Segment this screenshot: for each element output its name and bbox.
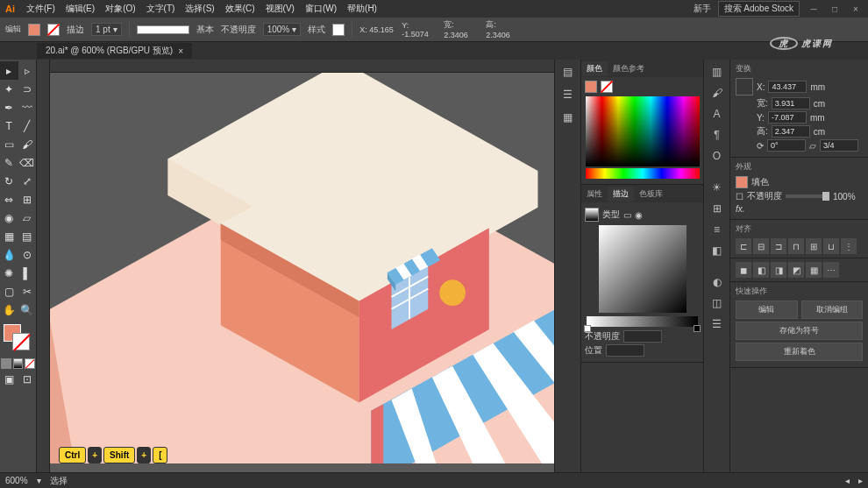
pf-unite[interactable]: ◼ — [736, 262, 751, 278]
grad-linear-icon[interactable]: ▭ — [623, 210, 631, 220]
grad-radial-icon[interactable]: ◉ — [635, 210, 643, 220]
menu-help[interactable]: 帮助(H) — [343, 1, 381, 17]
shaper-tool[interactable]: ✎ — [0, 153, 18, 172]
close-icon[interactable]: × — [849, 2, 863, 16]
fill-mode-color[interactable] — [1, 358, 11, 369]
stroke-weight[interactable]: 1 pt▾ — [91, 23, 122, 36]
appear-fill[interactable] — [736, 176, 748, 188]
stroke-swatch[interactable] — [47, 24, 60, 36]
screen-mode[interactable]: ▣ — [0, 370, 18, 388]
coord-w[interactable]: 宽: 2.3406 — [444, 19, 479, 39]
maximize-icon[interactable]: □ — [828, 2, 842, 16]
tab-swatches[interactable]: 色板库 — [634, 187, 668, 202]
tab-stroke[interactable]: 描边 — [608, 187, 634, 202]
document-tab[interactable]: 20.ai* @ 600% (RGB/GPU 预览) × — [37, 43, 192, 59]
zoom-level[interactable]: 600% — [5, 476, 28, 485]
rotate-input[interactable] — [767, 139, 806, 152]
x-input[interactable] — [768, 81, 807, 93]
reference-point[interactable] — [736, 78, 753, 95]
lasso-tool[interactable]: ⊃ — [18, 80, 37, 98]
ruler-vertical[interactable] — [37, 60, 50, 472]
dock-paragraph-icon[interactable]: ¶ — [708, 126, 726, 144]
dock-libraries-icon[interactable]: ▥ — [708, 63, 726, 81]
paintbrush-tool[interactable]: 🖌 — [18, 135, 37, 153]
perspective-tool[interactable]: ▱ — [18, 209, 37, 227]
gradient-tool[interactable]: ▤ — [18, 227, 37, 245]
dock-properties-icon[interactable]: ▤ — [559, 63, 577, 81]
dock-align-icon[interactable]: ≡ — [708, 221, 726, 238]
dock-brushes-icon[interactable]: 🖌 — [708, 84, 726, 102]
grad-opacity-input[interactable] — [623, 330, 662, 343]
dock-character-icon[interactable]: A — [708, 105, 726, 123]
menu-select[interactable]: 选择(S) — [181, 1, 218, 17]
coord-y[interactable]: Y: -1.5074 — [402, 21, 437, 39]
slice-tool[interactable]: ✂ — [18, 282, 37, 301]
graph-tool[interactable]: ▌ — [18, 264, 37, 282]
dock-layers-icon2[interactable]: ☰ — [708, 315, 726, 333]
artboard-tool[interactable]: ▢ — [0, 282, 18, 301]
menu-window[interactable]: 窗口(W) — [301, 1, 341, 17]
align-left[interactable]: ⊏ — [736, 238, 751, 254]
align-vcenter[interactable]: ⊞ — [806, 238, 822, 254]
free-transform-tool[interactable]: ⊞ — [18, 190, 37, 209]
dock-pathfinder-icon[interactable]: ◧ — [708, 242, 726, 259]
coord-x[interactable]: X: 45.165 — [359, 25, 395, 34]
ruler-horizontal[interactable] — [50, 60, 554, 73]
pf-minus[interactable]: ◧ — [753, 262, 769, 278]
gradient-ramp[interactable] — [587, 316, 698, 327]
tab-color-guide[interactable]: 颜色参考 — [608, 61, 650, 76]
btn-edit[interactable]: 编辑 — [736, 301, 798, 319]
gradient-stop-end[interactable] — [694, 325, 701, 332]
line-tool[interactable]: ╱ — [18, 117, 37, 135]
hand-tool[interactable]: ✋ — [0, 301, 18, 319]
dock-opentype-icon[interactable]: O — [708, 147, 726, 165]
opacity-input[interactable]: 100%▾ — [263, 23, 302, 36]
symbol-sprayer-tool[interactable]: ✺ — [0, 264, 18, 282]
gradient-preview[interactable] — [599, 225, 687, 313]
y-input[interactable] — [768, 111, 807, 124]
minimize-icon[interactable]: ─ — [807, 2, 821, 16]
pf-more[interactable]: ⋯ — [823, 262, 839, 278]
dock-layers-icon[interactable]: ☰ — [559, 86, 577, 103]
eyedropper-tool[interactable]: 💧 — [0, 245, 18, 264]
scale-tool[interactable]: ⤢ — [18, 172, 37, 190]
color-spectrum[interactable] — [586, 96, 700, 166]
pf-exclude[interactable]: ◩ — [788, 262, 804, 278]
distribute-h[interactable]: ⋮ — [841, 238, 857, 254]
grad-position-input[interactable] — [606, 344, 644, 357]
pen-tool[interactable]: ✒ — [0, 98, 18, 117]
fill-mode-none[interactable] — [25, 358, 35, 369]
tab-color[interactable]: 颜色 — [581, 61, 608, 76]
eraser-tool[interactable]: ⌫ — [18, 153, 37, 172]
dock-swatch-icon[interactable]: ▦ — [559, 109, 577, 126]
style-swatch[interactable] — [332, 24, 345, 36]
menu-file[interactable]: 文件(F) — [22, 1, 60, 17]
dock-appearance-icon[interactable]: ◐ — [708, 273, 726, 291]
type-tool[interactable]: T — [0, 117, 18, 135]
tab-properties[interactable]: 属性 — [581, 187, 608, 202]
panel-stroke-swatch[interactable] — [601, 81, 613, 93]
magic-wand-tool[interactable]: ✦ — [0, 80, 18, 98]
edit-mode[interactable]: ⊡ — [18, 370, 37, 388]
btn-ungroup[interactable]: 取消编组 — [801, 301, 864, 319]
tab-close-icon[interactable]: × — [178, 46, 183, 56]
shape-builder-tool[interactable]: ◉ — [0, 209, 18, 227]
width-tool[interactable]: ⇔ — [0, 190, 18, 209]
menu-object[interactable]: 对象(O) — [101, 1, 139, 17]
align-right[interactable]: ⊐ — [771, 238, 786, 254]
menu-type[interactable]: 文字(T) — [142, 1, 180, 17]
grad-swatch[interactable] — [585, 208, 599, 222]
brush-preview[interactable] — [137, 25, 189, 34]
opacity-slider[interactable] — [786, 194, 829, 198]
dock-symbols-icon[interactable]: ☀ — [708, 179, 726, 196]
curvature-tool[interactable]: 〰 — [18, 98, 37, 117]
align-top[interactable]: ⊓ — [788, 238, 804, 254]
canvas[interactable]: Ctrl + Shift + [ — [50, 73, 554, 472]
menu-effect[interactable]: 效果(C) — [221, 1, 260, 17]
fill-swatch[interactable] — [28, 24, 40, 36]
scroll-right-icon[interactable]: ▸ — [858, 476, 863, 485]
rotate-tool[interactable]: ↻ — [0, 172, 18, 190]
panel-fill-swatch[interactable] — [585, 81, 597, 93]
h-input[interactable] — [772, 125, 810, 138]
gradient-stop-start[interactable] — [584, 325, 591, 332]
